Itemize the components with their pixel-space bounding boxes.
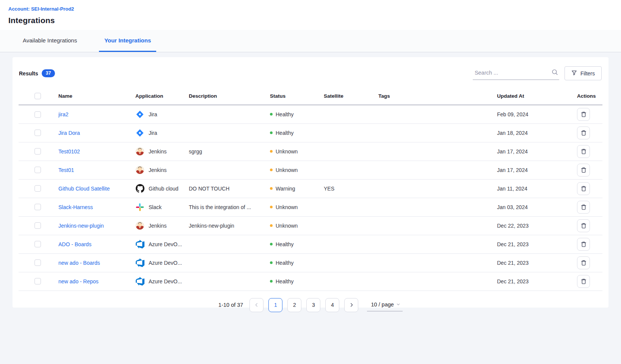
- application-name: Jenkins: [149, 223, 166, 229]
- delete-button[interactable]: [577, 256, 590, 269]
- status-label: Healthy: [276, 241, 293, 247]
- filters-button[interactable]: Filters: [565, 66, 602, 80]
- jenkins-icon: [135, 221, 144, 230]
- integration-name-link[interactable]: new ado - Boards: [58, 260, 100, 266]
- tags-value: [378, 272, 497, 291]
- table-row: jira2 Jira Healthy Feb 09, 2024: [19, 105, 602, 123]
- updated-at-value: Dec 21, 2023: [497, 253, 577, 272]
- tags-value: [378, 253, 497, 272]
- page-size-value: 10 / page: [371, 302, 394, 308]
- table-header-row: NameApplicationDescriptionStatusSatellit…: [19, 91, 602, 105]
- status-dot: [270, 261, 273, 264]
- row-checkbox[interactable]: [34, 222, 41, 229]
- row-checkbox[interactable]: [34, 185, 41, 192]
- row-checkbox[interactable]: [34, 111, 41, 118]
- row-checkbox[interactable]: [34, 204, 41, 210]
- tags-value: [378, 216, 497, 235]
- table-row: Jenkins-new-plugin Jenkins Jenkins-new-p…: [19, 216, 602, 235]
- row-checkbox[interactable]: [34, 241, 41, 247]
- row-checkbox[interactable]: [34, 130, 41, 136]
- updated-at-value: Jan 03, 2024: [497, 198, 577, 216]
- delete-button[interactable]: [577, 201, 590, 214]
- row-checkbox[interactable]: [34, 148, 41, 155]
- application-name: Jenkins: [149, 148, 166, 155]
- select-all-checkbox[interactable]: [34, 93, 41, 99]
- results-label: Results: [19, 70, 38, 77]
- delete-button[interactable]: [577, 219, 590, 232]
- delete-button[interactable]: [577, 108, 590, 121]
- tab-available-integrations[interactable]: Available Integrations: [17, 30, 82, 52]
- status-label: Healthy: [276, 278, 293, 284]
- search-input[interactable]: [474, 69, 544, 76]
- chevron-down-icon: [396, 302, 400, 308]
- application-name: Azure DevO...: [149, 278, 182, 284]
- next-page-button[interactable]: [344, 298, 358, 312]
- column-header-updated-at: Updated At: [497, 91, 577, 105]
- application-name: Jenkins: [149, 167, 166, 173]
- page-button-1[interactable]: 1: [268, 298, 282, 312]
- satellite-value: [324, 216, 378, 235]
- integration-name-link[interactable]: jira2: [58, 111, 68, 117]
- jira-icon: [135, 110, 144, 119]
- status-dot: [270, 150, 273, 153]
- account-breadcrumb-link[interactable]: Account: SEI-Internal-Prod2: [8, 6, 74, 12]
- updated-at-value: Feb 09, 2024: [497, 105, 577, 123]
- integration-name-link[interactable]: new ado - Repos: [58, 278, 99, 284]
- tags-value: [378, 179, 497, 198]
- tab-your-integrations[interactable]: Your Integrations: [99, 30, 156, 52]
- delete-button[interactable]: [577, 238, 590, 251]
- updated-at-value: Jan 17, 2024: [497, 142, 577, 161]
- tags-value: [378, 198, 497, 216]
- status-label: Unknown: [276, 148, 298, 155]
- application-name: Github cloud: [149, 186, 179, 192]
- description-text: [189, 161, 270, 179]
- status-label: Warning: [276, 186, 295, 192]
- column-header-description: Description: [189, 91, 270, 105]
- page-button-2[interactable]: 2: [287, 298, 301, 312]
- delete-button[interactable]: [577, 127, 590, 139]
- integration-name-link[interactable]: Jira Dora: [58, 130, 80, 136]
- table-row: ADO - Boards Azure DevO... Healthy Dec 2…: [19, 235, 602, 253]
- delete-button[interactable]: [577, 164, 590, 177]
- delete-button[interactable]: [577, 145, 590, 158]
- row-checkbox[interactable]: [34, 278, 41, 284]
- search-box[interactable]: [473, 67, 559, 80]
- updated-at-value: Dec 22, 2023: [497, 216, 577, 235]
- page-button-4[interactable]: 4: [325, 298, 339, 312]
- page-title: Integrations: [8, 16, 612, 25]
- integration-name-link[interactable]: Slack-Harness: [58, 204, 93, 210]
- integration-name-link[interactable]: Github Cloud Satellite: [58, 186, 110, 192]
- application-name: Azure DevO...: [149, 260, 182, 266]
- status-dot: [270, 206, 273, 208]
- status-dot: [270, 113, 273, 116]
- integration-name-link[interactable]: Test0102: [58, 148, 80, 155]
- jenkins-icon: [135, 166, 144, 175]
- slack-icon: [135, 203, 144, 212]
- column-header-name: Name: [58, 91, 135, 105]
- table-row: Jira Dora Jira Healthy Jan 18, 2024: [19, 123, 602, 142]
- row-checkbox[interactable]: [34, 259, 41, 266]
- delete-button[interactable]: [577, 275, 590, 288]
- description-text: [189, 235, 270, 253]
- page-size-select[interactable]: 10 / page: [367, 299, 402, 311]
- description-text: Jenkins-new-plugin: [189, 216, 270, 235]
- delete-button[interactable]: [577, 182, 590, 195]
- status-dot: [270, 224, 273, 227]
- previous-page-button[interactable]: [249, 298, 263, 312]
- integration-name-link[interactable]: ADO - Boards: [58, 241, 91, 247]
- tags-value: [378, 123, 497, 142]
- tags-value: [378, 142, 497, 161]
- row-checkbox[interactable]: [34, 167, 41, 173]
- status-label: Healthy: [276, 260, 293, 266]
- satellite-value: [324, 272, 378, 291]
- jenkins-icon: [135, 147, 144, 156]
- integration-name-link[interactable]: Jenkins-new-plugin: [58, 223, 104, 229]
- table-row: new ado - Boards Azure DevO... Healthy D…: [19, 253, 602, 272]
- application-name: Jira: [149, 130, 157, 136]
- table-row: new ado - Repos Azure DevO... Healthy De…: [19, 272, 602, 291]
- satellite-value: [324, 235, 378, 253]
- integration-name-link[interactable]: Test01: [58, 167, 74, 173]
- updated-at-value: Dec 21, 2023: [497, 272, 577, 291]
- azure-devops-icon: [135, 258, 144, 267]
- page-button-3[interactable]: 3: [306, 298, 320, 312]
